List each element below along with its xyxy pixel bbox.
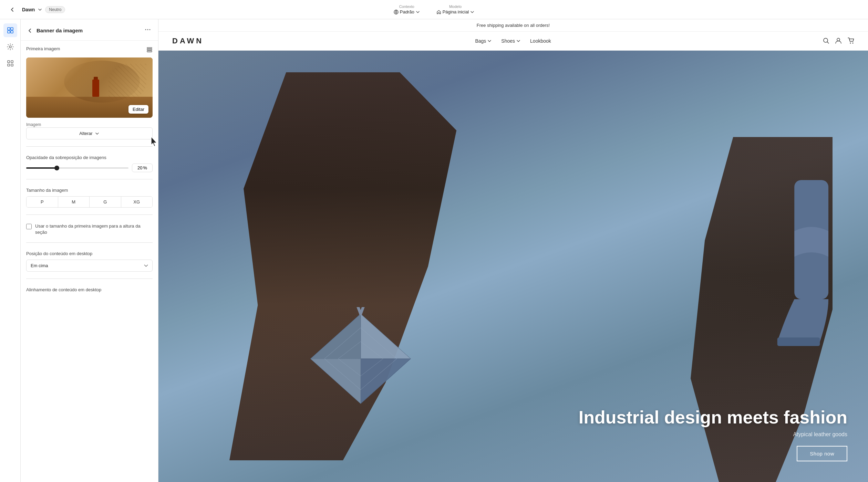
panel-header: Banner da imagem [21, 19, 158, 41]
svg-marker-24 [311, 359, 361, 404]
left-toolbar [0, 19, 21, 482]
alignment-label: Alinhamento de conteúdo em desktop [26, 287, 153, 292]
apps-icon [7, 60, 14, 67]
size-label: Tamanho da imagem [26, 188, 153, 193]
top-bar: Dawn Neutro Contexto Padrão Modelo Págin… [0, 0, 868, 19]
model-chevron-icon [470, 10, 474, 14]
search-icon [823, 37, 829, 44]
hero-banner: Industrial design meets fashion Atypical… [158, 51, 868, 482]
alterar-label: Alterar [79, 131, 92, 136]
svg-point-17 [837, 38, 840, 41]
nav-shoes-label: Shoes [501, 38, 515, 44]
top-bar-left: Dawn Neutro [6, 3, 74, 17]
store-name-label: Dawn [22, 7, 35, 12]
nav-shoes[interactable]: Shoes [501, 38, 520, 44]
image-edit-btn[interactable]: Editar [128, 105, 148, 114]
divider-3 [26, 214, 153, 215]
svg-rect-3 [8, 31, 10, 33]
announcement-bar: Free shipping available on all orders! [158, 19, 868, 32]
slider-fill [26, 167, 57, 169]
layers-icon [146, 46, 153, 53]
globe-icon [394, 10, 399, 14]
svg-rect-13 [147, 48, 152, 49]
size-g-btn[interactable]: G [90, 197, 121, 207]
hero-subtitle: Atypical leather goods [579, 431, 847, 438]
slider-thumb[interactable] [54, 166, 59, 170]
section-title-label: Primeira imagem [26, 46, 60, 51]
geometric-bag [300, 307, 421, 417]
main-layout: Banner da imagem Primeira imagem [0, 19, 868, 482]
shop-now-btn[interactable]: Shop now [797, 446, 847, 461]
size-m-btn[interactable]: M [58, 197, 90, 207]
cart-btn[interactable] [847, 37, 854, 45]
sections-tab-btn[interactable] [3, 23, 17, 37]
store-logo-text: DAWN [172, 36, 204, 45]
top-bar-center: Contexto Padrão Modelo Página inicial [74, 4, 794, 14]
svg-line-28 [361, 307, 366, 314]
alterar-btn[interactable]: Alterar [26, 127, 153, 139]
hero-title: Industrial design meets fashion [579, 408, 847, 427]
svg-rect-15 [147, 51, 152, 52]
opacity-slider-track[interactable] [26, 167, 128, 169]
panel-back-btn[interactable] [26, 27, 34, 34]
image-sublabel: Imagem [26, 122, 41, 127]
alterar-chevron-icon [95, 131, 100, 136]
context-group: Contexto Padrão [394, 4, 420, 14]
context-display: Padrão [400, 9, 414, 14]
position-select[interactable]: Em cima Centro Embaixo [26, 260, 153, 272]
store-menu: Bags Shoes Lookbook [475, 38, 551, 44]
size-xg-btn[interactable]: XG [121, 197, 153, 207]
back-navigation-btn[interactable] [6, 3, 19, 17]
stack-icon-btn[interactable] [146, 46, 153, 54]
neutro-badge: Neutro [45, 6, 65, 13]
panel-more-btn[interactable] [143, 25, 153, 36]
announcement-text: Free shipping available on all orders! [477, 23, 550, 28]
nav-bags[interactable]: Bags [475, 38, 492, 44]
divider-4 [26, 242, 153, 243]
back-arrow-icon [27, 28, 33, 34]
svg-point-12 [149, 29, 151, 30]
nav-icons [823, 37, 854, 45]
opacity-input-box: 20 % [132, 164, 153, 172]
svg-rect-8 [8, 64, 10, 66]
model-value[interactable]: Página inicial [436, 9, 475, 14]
settings-tab-btn[interactable] [3, 40, 17, 54]
side-panel: Banner da imagem Primeira imagem [21, 19, 158, 482]
svg-rect-2 [11, 28, 13, 30]
svg-point-19 [852, 42, 854, 43]
hero-content: Industrial design meets fashion Atypical… [579, 408, 847, 461]
context-label: Contexto [399, 4, 414, 9]
divider-5 [26, 279, 153, 279]
shoes-chevron-icon [516, 39, 520, 43]
opacity-label: Opacidade da sobreposição de imagens [26, 155, 153, 160]
search-btn[interactable] [823, 37, 829, 45]
shoe-svg [769, 180, 854, 350]
model-display: Página inicial [443, 9, 469, 14]
nav-lookbook[interactable]: Lookbook [530, 38, 551, 44]
shoe-right [769, 180, 854, 396]
alignment-section: Alinhamento de conteúdo em desktop [26, 287, 153, 296]
account-icon [835, 37, 842, 44]
context-value[interactable]: Padrão [394, 9, 420, 14]
opacity-value: 20 [137, 165, 142, 170]
first-image-height-checkbox[interactable] [26, 224, 32, 229]
home-icon [436, 10, 441, 14]
preview-area: Free shipping available on all orders! D… [158, 19, 868, 482]
model-group: Modelo Página inicial [436, 4, 475, 14]
more-dots-icon [144, 26, 151, 33]
position-section: Posição do conteúdo em desktop Em cima C… [26, 251, 153, 272]
account-btn[interactable] [835, 37, 842, 45]
store-logo: DAWN [172, 36, 204, 45]
store-nav: DAWN Bags Shoes Lookbook [158, 32, 868, 51]
svg-point-5 [9, 46, 11, 48]
size-p-btn[interactable]: P [27, 197, 58, 207]
image-preview: Editar [26, 57, 153, 118]
apps-tab-btn[interactable] [3, 56, 17, 70]
position-label: Posição do conteúdo em desktop [26, 251, 153, 256]
svg-rect-14 [147, 49, 152, 50]
cart-icon [847, 37, 854, 44]
nav-lookbook-label: Lookbook [530, 38, 551, 44]
checkbox-row: Usar o tamanho da primeira imagem para a… [26, 223, 153, 235]
context-chevron-icon [416, 10, 420, 14]
first-image-section: Primeira imagem [26, 46, 153, 139]
